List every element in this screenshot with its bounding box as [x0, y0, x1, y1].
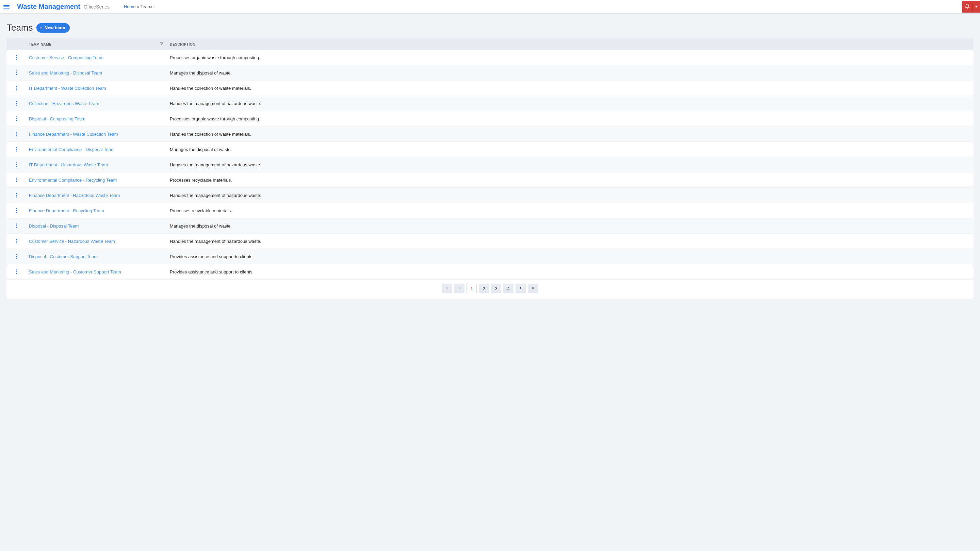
svg-point-43 [16, 269, 18, 270]
row-actions-button[interactable] [13, 161, 20, 168]
page-first-button[interactable] [442, 284, 452, 293]
row-actions-button[interactable] [13, 207, 20, 214]
filter-icon[interactable] [160, 42, 164, 47]
team-name-link[interactable]: Finance Department - Waste Collection Te… [29, 132, 118, 137]
table-row: IT Department - Hazardous Waste TeamHand… [7, 157, 973, 172]
team-description: Handles the management of hazardous wast… [167, 233, 973, 249]
svg-point-13 [16, 116, 18, 118]
row-actions-button[interactable] [13, 146, 20, 153]
row-actions-button[interactable] [13, 115, 20, 122]
team-description: Processes organic waste through composti… [167, 50, 973, 65]
row-actions-button[interactable] [13, 176, 20, 183]
team-description: Processes recyclable materials. [167, 203, 973, 218]
team-name-link[interactable]: Disposal - Disposal Team [29, 224, 79, 229]
team-name-link[interactable]: IT Department - Waste Collection Team [29, 86, 106, 91]
team-name-link[interactable]: Disposal - Customer Support Team [29, 254, 98, 259]
row-actions-button[interactable] [13, 54, 20, 61]
svg-point-29 [16, 195, 18, 196]
row-actions-button[interactable] [13, 238, 20, 245]
table-row: Environmental Compliance - Recycling Tea… [7, 172, 973, 188]
page-prev-button[interactable] [454, 284, 465, 293]
team-name-link[interactable]: Collection - Hazardous Waste Team [29, 101, 99, 106]
table-row: Sales and Marketing - Disposal TeamManag… [7, 65, 973, 81]
row-actions-button[interactable] [13, 253, 20, 260]
team-description: Provides assistance and support to clien… [167, 264, 973, 279]
row-actions-button[interactable] [13, 85, 20, 92]
svg-point-23 [16, 164, 18, 165]
svg-point-40 [16, 254, 18, 255]
team-name-link[interactable]: Sales and Marketing - Disposal Team [29, 70, 102, 76]
breadcrumb-home[interactable]: Home [124, 4, 136, 9]
table-row: Finance Department - Recycling TeamProce… [7, 203, 973, 218]
topbar: Waste Management OfficeSeries Home » Tea… [0, 0, 980, 14]
row-actions-button[interactable] [13, 130, 20, 137]
svg-point-34 [16, 224, 18, 224]
col-name-header[interactable]: TEAM NAME [26, 39, 167, 50]
svg-point-24 [16, 166, 18, 167]
menu-toggle[interactable] [0, 0, 13, 14]
table-row: Disposal - Disposal TeamManages the disp… [7, 218, 973, 233]
svg-point-9 [16, 89, 18, 91]
team-name-link[interactable]: Disposal - Composting Team [29, 116, 86, 121]
team-description: Processes organic waste through composti… [167, 111, 973, 127]
table-row: Disposal - Composting TeamProcesses orga… [7, 111, 973, 127]
team-description: Handles the collection of waste material… [167, 81, 973, 96]
col-desc-label: DESCRIPTION [170, 42, 195, 46]
col-desc-header[interactable]: DESCRIPTION [167, 39, 973, 50]
team-description: Manages the disposal of waste. [167, 65, 973, 81]
row-actions-button[interactable] [13, 222, 20, 229]
page-header: Teams + New team [0, 14, 980, 38]
svg-point-45 [16, 273, 18, 274]
col-actions-header [7, 39, 26, 50]
team-name-link[interactable]: Customer Service - Composting Team [29, 55, 103, 60]
hamburger-icon [3, 5, 10, 9]
chevron-right-icon [519, 286, 523, 291]
new-team-button[interactable]: + New team [37, 23, 70, 33]
team-description: Handles the collection of waste material… [167, 127, 973, 142]
svg-point-44 [16, 272, 18, 272]
table-row: Customer Service - Composting TeamProces… [7, 50, 973, 65]
team-name-link[interactable]: Finance Department - Hazardous Waste Tea… [29, 193, 120, 198]
page-number-button[interactable]: 2 [479, 284, 489, 293]
team-description: Handles the management of hazardous wast… [167, 96, 973, 111]
notifications-button[interactable] [962, 1, 972, 13]
user-menu-button[interactable] [972, 1, 980, 13]
app-title: Waste Management [17, 3, 80, 11]
svg-point-27 [16, 181, 18, 182]
row-actions-button[interactable] [13, 192, 20, 198]
page-title: Teams [7, 22, 33, 33]
team-description: Provides assistance and support to clien… [167, 249, 973, 264]
svg-point-17 [16, 134, 18, 135]
teams-table: TEAM NAME DESCRIPTION Customer Service -… [7, 38, 973, 299]
page-number-button[interactable]: 1 [466, 284, 477, 293]
svg-point-39 [16, 243, 18, 243]
table-row: Finance Department - Hazardous Waste Tea… [7, 188, 973, 203]
svg-point-10 [16, 101, 18, 102]
first-page-icon [445, 286, 449, 291]
team-name-link[interactable]: Environmental Compliance - Disposal Team [29, 147, 115, 152]
svg-point-35 [16, 225, 18, 227]
team-description: Manages the disposal of waste. [167, 218, 973, 233]
team-name-link[interactable]: IT Department - Hazardous Waste Team [29, 162, 108, 167]
team-name-link[interactable]: Sales and Marketing - Customer Support T… [29, 269, 121, 275]
svg-point-2 [16, 57, 18, 58]
team-name-link[interactable]: Customer Service - Hazardous Waste Team [29, 239, 115, 244]
caret-down-icon [975, 4, 978, 9]
svg-point-12 [16, 105, 18, 106]
team-name-link[interactable]: Finance Department - Recycling Team [29, 208, 104, 213]
svg-point-8 [16, 88, 18, 89]
row-actions-button[interactable] [13, 268, 20, 275]
team-description: Processes recyclable materials. [167, 172, 973, 188]
row-actions-button[interactable] [13, 69, 20, 76]
row-actions-button[interactable] [13, 100, 20, 107]
svg-point-41 [16, 256, 18, 257]
page-last-button[interactable] [528, 284, 538, 293]
team-name-link[interactable]: Environmental Compliance - Recycling Tea… [29, 178, 117, 183]
page-number-button[interactable]: 3 [491, 284, 501, 293]
page-next-button[interactable] [515, 284, 526, 293]
app-subtitle: OfficeSeries [84, 4, 110, 10]
svg-point-7 [16, 86, 18, 87]
table-row: IT Department - Waste Collection TeamHan… [7, 81, 973, 96]
svg-point-30 [16, 197, 18, 198]
page-number-button[interactable]: 4 [503, 284, 514, 293]
